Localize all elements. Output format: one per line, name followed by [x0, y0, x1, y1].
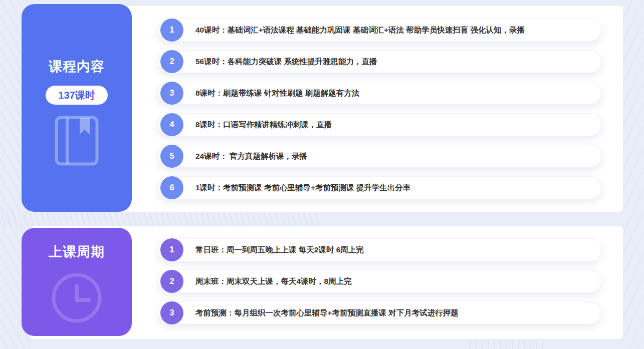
item-number-badge: 3 — [160, 82, 183, 105]
page-background: 课程内容 137课时 1 40课时：基础词汇+语法课程 基础能力巩固课 基础词汇… — [0, 0, 644, 349]
course-item-row: 6 1课时：考前预测课 考前心里辅导+考前预测课 提升学生出分率 — [158, 176, 601, 199]
course-item-row: 3 8课时：刷题带练课 针对性刷题 刷题解题有方法 — [158, 82, 601, 105]
course-item-text: 8课时：口语写作精讲精练冲刺课，直播 — [195, 120, 332, 130]
schedule-item-text: 周末班：周末双天上课，每天4课时，8周上完 — [195, 276, 352, 287]
item-number-badge: 6 — [160, 176, 183, 199]
item-number-badge: 1 — [160, 238, 183, 261]
course-item-row: 4 8课时：口语写作精讲精练冲刺课，直播 — [158, 113, 601, 136]
class-schedule-card: 上课周期 — [22, 228, 132, 336]
decorative-hatch-band — [0, 212, 321, 227]
decorative-hatch-right — [623, 0, 644, 349]
course-item-row: 5 24课时： 官方真题解析课，录播 — [158, 145, 601, 168]
section-title: 上课周期 — [49, 243, 105, 261]
item-number-badge: 5 — [160, 145, 183, 168]
schedule-item-text: 常日班：周一到周五晚上上课 每天2课时 6周上完 — [195, 245, 364, 255]
course-content-list: 1 40课时：基础词汇+语法课程 基础能力巩固课 基础词汇+语法 帮助学员快速扫… — [158, 19, 601, 208]
course-item-text: 1课时：考前预测课 考前心里辅导+考前预测课 提升学生出分率 — [195, 183, 410, 193]
course-item-text: 40课时：基础词汇+语法课程 基础能力巩固课 基础词汇+语法 帮助学员快速扫盲 … — [195, 25, 525, 36]
lesson-count-badge: 137课时 — [46, 86, 108, 105]
lesson-count-label: 137课时 — [58, 89, 95, 102]
course-item-row: 1 40课时：基础词汇+语法课程 基础能力巩固课 基础词汇+语法 帮助学员快速扫… — [158, 19, 601, 42]
book-icon — [55, 116, 99, 168]
class-schedule-list: 1 常日班：周一到周五晚上上课 每天2课时 6周上完 2 周末班：周末双天上课，… — [158, 238, 601, 333]
course-content-card: 课程内容 137课时 — [22, 4, 132, 212]
course-item-text: 56课时：各科能力突破课 系统性提升雅思能力，直播 — [195, 57, 377, 67]
section-title: 课程内容 — [49, 58, 105, 76]
item-number-badge: 2 — [160, 270, 183, 293]
item-number-badge: 4 — [160, 113, 183, 136]
schedule-item-row: 1 常日班：周一到周五晚上上课 每天2课时 6周上完 — [158, 238, 601, 261]
course-item-text: 8课时：刷题带练课 针对性刷题 刷题解题有方法 — [195, 88, 359, 99]
schedule-item-row: 2 周末班：周末双天上课，每天4课时，8周上完 — [158, 270, 601, 293]
schedule-item-row: 3 考前预测：每月组织一次考前心里辅导+考前预测直播课 对下月考试进行押题 — [158, 301, 601, 324]
clock-icon — [51, 272, 103, 326]
course-item-row: 2 56课时：各科能力突破课 系统性提升雅思能力，直播 — [158, 50, 601, 73]
schedule-item-text: 考前预测：每月组织一次考前心里辅导+考前预测直播课 对下月考试进行押题 — [195, 308, 459, 318]
item-number-badge: 3 — [160, 301, 183, 324]
course-item-text: 24课时： 官方真题解析课，录播 — [195, 151, 307, 162]
item-number-badge: 2 — [160, 50, 183, 73]
item-number-badge: 1 — [160, 19, 183, 42]
